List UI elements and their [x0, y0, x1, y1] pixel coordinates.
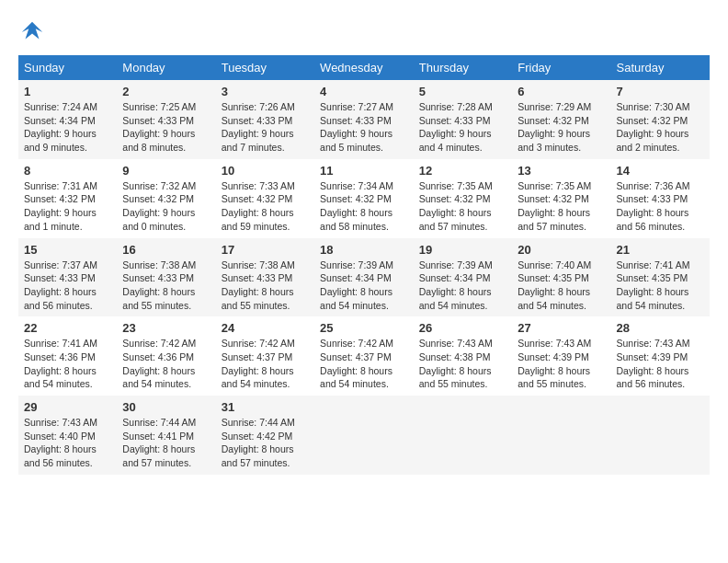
calendar-week-5: 29 Sunrise: 7:43 AMSunset: 4:40 PMDaylig… — [18, 396, 710, 475]
calendar-cell — [314, 396, 414, 475]
day-info: Sunrise: 7:27 AMSunset: 4:33 PMDaylight:… — [320, 101, 393, 153]
day-info: Sunrise: 7:35 AMSunset: 4:32 PMDaylight:… — [518, 180, 591, 232]
day-number: 3 — [222, 85, 309, 98]
calendar-cell: 29 Sunrise: 7:43 AMSunset: 4:40 PMDaylig… — [18, 396, 117, 475]
day-info: Sunrise: 7:30 AMSunset: 4:32 PMDaylight:… — [617, 101, 690, 153]
day-info: Sunrise: 7:33 AMSunset: 4:32 PMDaylight:… — [222, 180, 295, 232]
logo-icon — [18, 18, 46, 46]
day-info: Sunrise: 7:40 AMSunset: 4:35 PMDaylight:… — [518, 259, 591, 311]
day-number: 20 — [518, 243, 605, 257]
weekday-header-wednesday: Wednesday — [314, 55, 414, 80]
day-info: Sunrise: 7:42 AMSunset: 4:37 PMDaylight:… — [222, 338, 295, 389]
weekday-header-row: SundayMondayTuesdayWednesdayThursdayFrid… — [18, 55, 710, 80]
calendar-cell: 20 Sunrise: 7:40 AMSunset: 4:35 PMDaylig… — [512, 238, 610, 317]
day-info: Sunrise: 7:43 AMSunset: 4:39 PMDaylight:… — [617, 338, 690, 389]
day-info: Sunrise: 7:42 AMSunset: 4:36 PMDaylight:… — [122, 338, 196, 389]
day-info: Sunrise: 7:43 AMSunset: 4:39 PMDaylight:… — [518, 338, 591, 389]
day-number: 1 — [24, 85, 111, 98]
calendar-cell: 14 Sunrise: 7:36 AMSunset: 4:33 PMDaylig… — [611, 159, 710, 238]
calendar-cell: 1 Sunrise: 7:24 AMSunset: 4:34 PMDayligh… — [18, 80, 117, 159]
calendar-cell: 28 Sunrise: 7:43 AMSunset: 4:39 PMDaylig… — [611, 316, 710, 396]
day-info: Sunrise: 7:39 AMSunset: 4:34 PMDaylight:… — [320, 259, 393, 311]
day-number: 11 — [320, 164, 408, 178]
day-number: 21 — [617, 243, 704, 257]
calendar-cell: 23 Sunrise: 7:42 AMSunset: 4:36 PMDaylig… — [117, 316, 215, 396]
day-number: 27 — [518, 321, 605, 335]
calendar-cell — [512, 396, 610, 475]
day-info: Sunrise: 7:41 AMSunset: 4:35 PMDaylight:… — [617, 259, 690, 311]
calendar-cell — [611, 396, 710, 475]
calendar-cell: 24 Sunrise: 7:42 AMSunset: 4:37 PMDaylig… — [216, 316, 314, 396]
calendar-cell: 5 Sunrise: 7:28 AMSunset: 4:33 PMDayligh… — [414, 80, 512, 159]
day-info: Sunrise: 7:26 AMSunset: 4:33 PMDaylight:… — [222, 101, 295, 153]
day-number: 6 — [518, 85, 605, 98]
day-number: 5 — [419, 85, 506, 98]
day-number: 30 — [122, 400, 210, 414]
day-info: Sunrise: 7:42 AMSunset: 4:37 PMDaylight:… — [320, 338, 393, 389]
day-info: Sunrise: 7:41 AMSunset: 4:36 PMDaylight:… — [24, 338, 97, 389]
weekday-header-monday: Monday — [117, 55, 215, 80]
day-info: Sunrise: 7:38 AMSunset: 4:33 PMDaylight:… — [122, 259, 196, 311]
svg-marker-0 — [22, 22, 43, 40]
weekday-header-tuesday: Tuesday — [216, 55, 314, 80]
day-number: 16 — [122, 243, 210, 257]
calendar-cell: 11 Sunrise: 7:34 AMSunset: 4:32 PMDaylig… — [314, 159, 414, 238]
day-number: 24 — [222, 321, 309, 335]
day-number: 8 — [24, 164, 111, 178]
day-number: 19 — [419, 243, 506, 257]
day-info: Sunrise: 7:39 AMSunset: 4:34 PMDaylight:… — [419, 259, 493, 311]
calendar-cell: 2 Sunrise: 7:25 AMSunset: 4:33 PMDayligh… — [117, 80, 215, 159]
day-number: 18 — [320, 243, 408, 257]
day-number: 17 — [222, 243, 309, 257]
calendar-cell: 31 Sunrise: 7:44 AMSunset: 4:42 PMDaylig… — [216, 396, 314, 475]
day-info: Sunrise: 7:37 AMSunset: 4:33 PMDaylight:… — [24, 259, 97, 311]
day-info: Sunrise: 7:36 AMSunset: 4:33 PMDaylight:… — [617, 180, 690, 232]
day-number: 14 — [617, 164, 704, 178]
day-number: 4 — [320, 85, 408, 98]
day-info: Sunrise: 7:44 AMSunset: 4:42 PMDaylight:… — [222, 417, 295, 468]
calendar-cell: 15 Sunrise: 7:37 AMSunset: 4:33 PMDaylig… — [18, 238, 117, 317]
calendar-week-2: 8 Sunrise: 7:31 AMSunset: 4:32 PMDayligh… — [18, 159, 710, 238]
day-number: 2 — [122, 85, 210, 98]
day-number: 28 — [617, 321, 704, 335]
calendar-cell: 8 Sunrise: 7:31 AMSunset: 4:32 PMDayligh… — [18, 159, 117, 238]
weekday-header-thursday: Thursday — [414, 55, 512, 80]
day-number: 29 — [24, 400, 111, 414]
weekday-header-saturday: Saturday — [611, 55, 710, 80]
calendar-cell: 30 Sunrise: 7:44 AMSunset: 4:41 PMDaylig… — [117, 396, 215, 475]
day-number: 9 — [122, 164, 210, 178]
calendar-cell: 6 Sunrise: 7:29 AMSunset: 4:32 PMDayligh… — [512, 80, 610, 159]
day-number: 7 — [617, 85, 704, 98]
calendar-week-3: 15 Sunrise: 7:37 AMSunset: 4:33 PMDaylig… — [18, 238, 710, 317]
day-info: Sunrise: 7:32 AMSunset: 4:32 PMDaylight:… — [122, 180, 196, 232]
day-info: Sunrise: 7:29 AMSunset: 4:32 PMDaylight:… — [518, 101, 591, 153]
day-number: 10 — [222, 164, 309, 178]
day-number: 22 — [24, 321, 111, 335]
day-info: Sunrise: 7:31 AMSunset: 4:32 PMDaylight:… — [24, 180, 97, 232]
calendar-cell: 10 Sunrise: 7:33 AMSunset: 4:32 PMDaylig… — [216, 159, 314, 238]
calendar-cell: 13 Sunrise: 7:35 AMSunset: 4:32 PMDaylig… — [512, 159, 610, 238]
calendar-cell: 18 Sunrise: 7:39 AMSunset: 4:34 PMDaylig… — [314, 238, 414, 317]
calendar-cell: 9 Sunrise: 7:32 AMSunset: 4:32 PMDayligh… — [117, 159, 215, 238]
calendar-cell: 16 Sunrise: 7:38 AMSunset: 4:33 PMDaylig… — [117, 238, 215, 317]
calendar-week-1: 1 Sunrise: 7:24 AMSunset: 4:34 PMDayligh… — [18, 80, 710, 159]
day-number: 23 — [122, 321, 210, 335]
weekday-header-sunday: Sunday — [18, 55, 117, 80]
calendar-cell: 25 Sunrise: 7:42 AMSunset: 4:37 PMDaylig… — [314, 316, 414, 396]
calendar-cell: 21 Sunrise: 7:41 AMSunset: 4:35 PMDaylig… — [611, 238, 710, 317]
page-header — [18, 18, 710, 46]
weekday-header-friday: Friday — [512, 55, 610, 80]
day-number: 13 — [518, 164, 605, 178]
calendar-week-4: 22 Sunrise: 7:41 AMSunset: 4:36 PMDaylig… — [18, 316, 710, 396]
day-number: 31 — [222, 400, 309, 414]
day-number: 12 — [419, 164, 506, 178]
calendar-cell: 27 Sunrise: 7:43 AMSunset: 4:39 PMDaylig… — [512, 316, 610, 396]
day-info: Sunrise: 7:38 AMSunset: 4:33 PMDaylight:… — [222, 259, 295, 311]
day-info: Sunrise: 7:44 AMSunset: 4:41 PMDaylight:… — [122, 417, 196, 468]
day-info: Sunrise: 7:43 AMSunset: 4:38 PMDaylight:… — [419, 338, 493, 389]
calendar-cell: 3 Sunrise: 7:26 AMSunset: 4:33 PMDayligh… — [216, 80, 314, 159]
calendar-cell: 22 Sunrise: 7:41 AMSunset: 4:36 PMDaylig… — [18, 316, 117, 396]
day-info: Sunrise: 7:24 AMSunset: 4:34 PMDaylight:… — [24, 101, 97, 153]
day-number: 26 — [419, 321, 506, 335]
day-info: Sunrise: 7:34 AMSunset: 4:32 PMDaylight:… — [320, 180, 393, 232]
